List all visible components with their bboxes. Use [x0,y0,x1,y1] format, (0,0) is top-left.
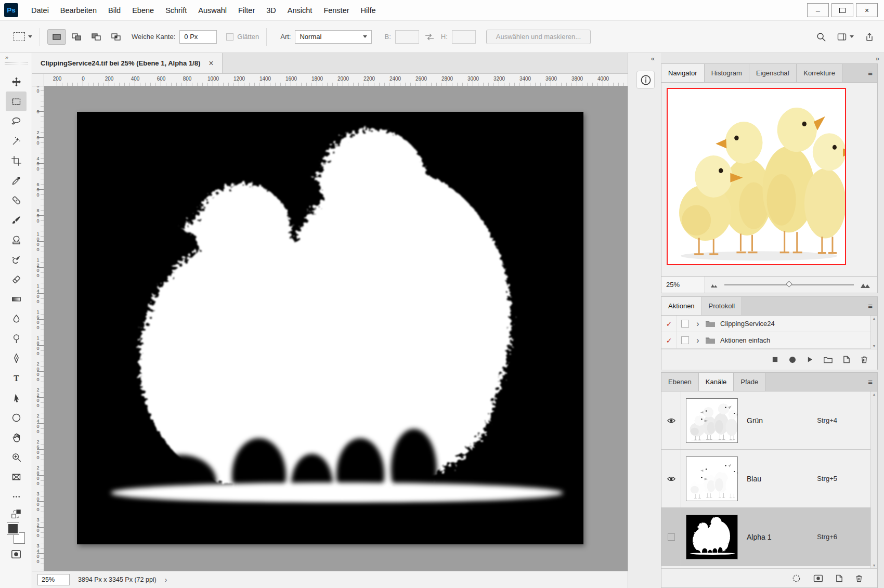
hand-tool[interactable] [6,427,27,447]
close-button[interactable]: × [856,3,878,17]
minimize-button[interactable]: – [807,3,829,17]
action-dialog-toggle[interactable] [681,320,689,328]
search-icon[interactable] [816,32,826,42]
intersect-selection-button[interactable] [107,29,125,45]
color-swatches[interactable] [6,522,27,545]
dodge-tool[interactable] [6,329,27,348]
lasso-tool[interactable] [6,111,27,131]
menu-item[interactable]: Fenster [318,0,355,20]
ellipse-tool[interactable] [6,408,27,427]
info-panel-button[interactable] [636,71,655,89]
edit-toolbar-button[interactable] [6,487,27,506]
collapse-panels-left-icon[interactable]: « [651,55,655,62]
rectangular-marquee-tool[interactable] [6,92,27,111]
visibility-toggle[interactable] [661,391,681,449]
menu-item[interactable]: Ansicht [282,0,318,20]
spot-healing-brush-tool[interactable] [6,190,27,210]
move-tool[interactable] [6,72,27,92]
pen-tool[interactable] [6,348,27,368]
workspace-switcher[interactable] [837,32,854,42]
action-check-icon[interactable]: ✓ [661,316,677,332]
eraser-tool[interactable] [6,269,27,289]
scroll-down-icon[interactable]: ▼ [873,564,876,567]
menu-item[interactable]: 3D [261,0,282,20]
action-check-icon[interactable]: ✓ [661,332,677,348]
toolbar-expand-chevrons[interactable]: » [5,54,8,60]
status-zoom-input[interactable]: 25% [37,574,70,585]
channel-thumbnail-alpha[interactable] [686,515,738,559]
tab-adjustments[interactable]: Korrekture [797,64,842,82]
menu-item[interactable]: Datei [25,0,55,20]
tab-channels[interactable]: Kanäle [699,373,734,391]
feather-input[interactable]: 0 Px [179,30,217,44]
swap-colors-button[interactable] [6,506,27,522]
crop-tool[interactable] [6,151,27,171]
menu-item[interactable]: Filter [232,0,261,20]
channel-row-blue[interactable]: Blau Strg+5 [661,450,872,508]
play-icon[interactable] [807,356,813,363]
eyedropper-tool[interactable] [6,171,27,190]
tab-paths[interactable]: Pfade [734,373,765,391]
canvas-viewport[interactable] [44,86,628,571]
tab-history[interactable]: Protokoll [702,297,743,315]
screen-mode-tool[interactable] [6,467,27,487]
visibility-toggle[interactable] [661,508,681,566]
action-expand-icon[interactable]: › [694,336,702,345]
navigator-proxy-view[interactable] [667,88,846,265]
action-set-row[interactable]: ✓ › ClippingService24 [661,316,872,332]
actions-scrollbar[interactable]: ▲ ▼ [870,316,877,349]
add-to-selection-button[interactable] [67,29,86,45]
vertical-ruler[interactable]: 2000200400600800100012001400160018002000… [32,86,44,571]
maximize-button[interactable] [831,3,853,17]
quick-mask-button[interactable] [6,545,27,564]
zoom-in-icon[interactable] [860,281,871,289]
blur-tool[interactable] [6,309,27,329]
tab-actions[interactable]: Aktionen [661,297,702,315]
action-expand-icon[interactable]: › [694,319,702,329]
panel-menu-icon[interactable]: ≡ [868,302,873,310]
menu-item[interactable]: Bild [102,0,126,20]
navigator-zoom-input[interactable]: 25% [661,277,705,293]
channel-thumbnail-green[interactable] [686,398,738,443]
zoom-tool[interactable] [6,447,27,467]
horizontal-ruler[interactable]: 2000200400600800100012001400160018002000… [44,74,628,86]
visibility-toggle[interactable] [661,450,681,507]
new-selection-button[interactable] [47,29,66,45]
alpha-channel-image[interactable] [77,112,583,544]
scroll-down-icon[interactable]: ▼ [873,344,876,348]
type-tool[interactable]: T [6,368,27,388]
gradient-tool[interactable] [6,289,27,309]
channel-row-alpha1[interactable]: Alpha 1 Strg+6 [661,508,872,566]
style-select[interactable]: Normal [295,30,372,44]
tab-properties[interactable]: Eigenschaf [749,64,797,82]
width-input[interactable] [395,30,419,44]
history-brush-tool[interactable] [6,250,27,269]
magic-wand-tool[interactable] [6,131,27,151]
navigator-zoom-slider[interactable] [724,284,854,285]
zoom-out-icon[interactable] [710,282,718,288]
tab-navigator[interactable]: Navigator [661,64,705,82]
menu-item[interactable]: Auswahl [192,0,232,20]
menu-item[interactable]: Bearbeiten [55,0,102,20]
delete-channel-icon[interactable] [855,574,863,582]
foreground-color-swatch[interactable] [7,523,19,534]
delete-icon[interactable] [861,356,868,363]
record-icon[interactable] [789,356,796,363]
tab-layers[interactable]: Ebenen [661,373,699,391]
subtract-from-selection-button[interactable] [87,29,106,45]
new-channel-icon[interactable] [836,574,843,582]
save-mask-icon[interactable] [813,574,823,582]
menu-item[interactable]: Schrift [160,0,192,20]
brush-tool[interactable] [6,210,27,230]
new-set-folder-icon[interactable] [824,356,833,363]
menu-item[interactable]: Ebene [126,0,160,20]
document-tab[interactable]: ClippingService24.tif bei 25% (Ebene 1, … [32,53,223,73]
collapse-panels-right-icon[interactable]: » [876,55,879,62]
scroll-up-icon[interactable]: ▲ [873,393,876,396]
action-dialog-toggle[interactable] [681,336,689,344]
select-and-mask-button[interactable]: Auswählen und maskieren... [486,30,591,44]
status-chevron-icon[interactable]: › [165,576,167,584]
tool-preset-picker[interactable] [14,32,32,41]
share-icon[interactable] [864,32,875,42]
channel-row-green[interactable]: Grün Strg+4 [661,391,872,450]
